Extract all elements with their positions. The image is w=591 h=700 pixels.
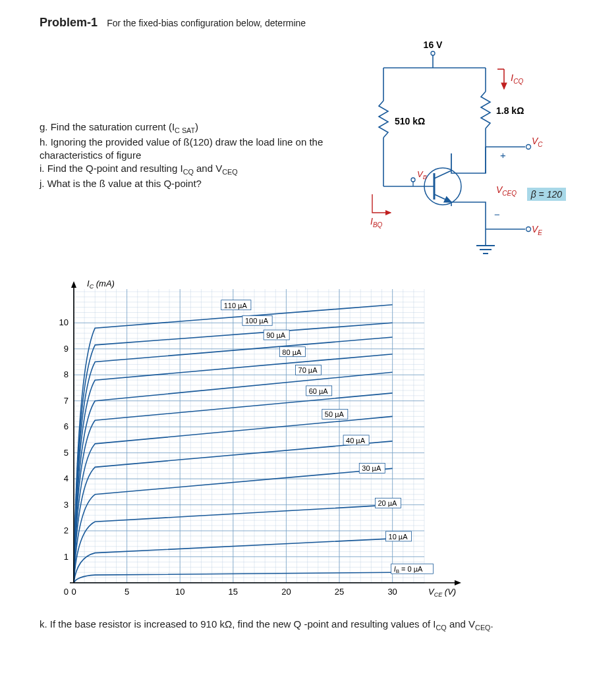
svg-text:5: 5 xyxy=(64,448,69,458)
svg-text:1: 1 xyxy=(64,552,69,562)
svg-text:3: 3 xyxy=(64,500,69,510)
svg-text:80 µA: 80 µA xyxy=(282,348,302,356)
vc-label: VC xyxy=(532,136,543,148)
problem-title: Problem-1 For the fixed-bias configurati… xyxy=(40,16,551,30)
svg-text:40 µA: 40 µA xyxy=(346,437,366,444)
svg-text:−: − xyxy=(494,209,500,220)
svg-text:IC (mA): IC (mA) xyxy=(87,279,115,290)
svg-line-14 xyxy=(434,171,451,178)
svg-text:8: 8 xyxy=(64,369,69,379)
circuit-diagram: 16 V 510 kΩ 1.8 kΩ ICQ VC + xyxy=(334,41,551,265)
question-j: j. What is the ß value at this Q-point? xyxy=(40,177,324,190)
svg-text:60 µA: 60 µA xyxy=(309,387,329,395)
svg-text:20: 20 xyxy=(281,587,291,597)
svg-text:5: 5 xyxy=(125,587,129,597)
question-i: i. Find the Q-point and resulting ICQ an… xyxy=(40,162,324,177)
question-h: h. Ignoring the provided value of ß(120)… xyxy=(40,136,324,163)
svg-text:10 µA: 10 µA xyxy=(389,533,408,541)
svg-text:110 µA: 110 µA xyxy=(224,302,248,310)
ibq-label: IBQ xyxy=(370,216,383,229)
svg-text:10: 10 xyxy=(175,587,184,597)
svg-point-0 xyxy=(431,51,435,55)
svg-point-35 xyxy=(411,178,415,182)
svg-text:4: 4 xyxy=(64,473,69,483)
title-prefix: Problem-1 xyxy=(40,16,98,29)
characteristics-chart: 051015202530123456789100IC (mA)VCE (V)11… xyxy=(42,273,551,609)
rc-label: 1.8 kΩ xyxy=(496,105,524,116)
svg-text:0: 0 xyxy=(64,587,69,597)
svg-text:20 µA: 20 µA xyxy=(378,499,397,507)
ve-label: VE xyxy=(532,224,542,236)
svg-point-10 xyxy=(526,145,531,149)
title-rest: For the fixed-bias configuration below, … xyxy=(107,18,306,28)
svg-text:90 µA: 90 µA xyxy=(266,331,286,339)
question-g: g. Find the saturation current (IC SAT) xyxy=(40,121,324,136)
svg-text:0: 0 xyxy=(71,587,76,597)
svg-text:VCE (V): VCE (V) xyxy=(428,587,456,598)
question-k: k. If the base resistor is increased to … xyxy=(40,618,551,632)
svg-text:9: 9 xyxy=(64,344,69,354)
icq-label: ICQ xyxy=(511,72,523,85)
svg-text:50 µA: 50 µA xyxy=(325,410,345,418)
svg-point-49 xyxy=(526,227,531,232)
svg-text:25: 25 xyxy=(335,587,344,597)
svg-text:15: 15 xyxy=(229,587,238,597)
svg-text:100 µA: 100 µA xyxy=(245,317,269,325)
beta-label: β = 120 xyxy=(527,188,566,201)
svg-text:6: 6 xyxy=(64,421,69,431)
svg-text:+: + xyxy=(500,149,506,161)
svg-text:2: 2 xyxy=(64,525,69,535)
vceq-label: VCEQ xyxy=(496,184,517,197)
svg-text:7: 7 xyxy=(64,396,69,406)
vcc-label: 16 V xyxy=(424,41,443,50)
svg-line-18 xyxy=(434,194,451,202)
svg-text:30: 30 xyxy=(387,587,397,597)
svg-text:30 µA: 30 µA xyxy=(362,464,381,472)
svg-text:70 µA: 70 µA xyxy=(298,366,318,374)
svg-text:10: 10 xyxy=(59,317,69,327)
vb-label: VB xyxy=(417,169,427,180)
rb-label: 510 kΩ xyxy=(395,116,425,126)
